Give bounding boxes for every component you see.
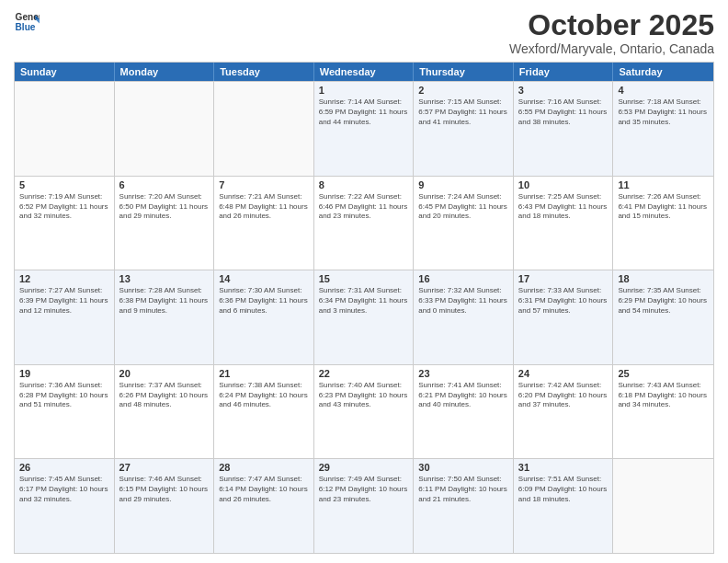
day-info: Sunrise: 7:26 AM Sunset: 6:41 PM Dayligh… — [618, 192, 709, 222]
day-number: 10 — [518, 179, 609, 190]
calendar-header: Sunday Monday Tuesday Wednesday Thursday… — [15, 63, 713, 81]
day-number: 23 — [418, 368, 508, 379]
day-number: 21 — [219, 368, 309, 379]
day-info: Sunrise: 7:20 AM Sunset: 6:50 PM Dayligh… — [119, 192, 210, 222]
day-info: Sunrise: 7:33 AM Sunset: 6:31 PM Dayligh… — [518, 286, 609, 316]
cal-cell-r4-c6: 24Sunrise: 7:42 AM Sunset: 6:20 PM Dayli… — [514, 365, 614, 459]
day-number: 26 — [19, 462, 109, 473]
cal-cell-r5-c5: 30Sunrise: 7:50 AM Sunset: 6:11 PM Dayli… — [414, 459, 514, 553]
day-info: Sunrise: 7:35 AM Sunset: 6:29 PM Dayligh… — [618, 286, 709, 316]
day-number: 11 — [618, 179, 709, 190]
cal-cell-r3-c3: 14Sunrise: 7:30 AM Sunset: 6:36 PM Dayli… — [214, 270, 314, 364]
day-info: Sunrise: 7:40 AM Sunset: 6:23 PM Dayligh… — [319, 381, 409, 410]
day-number: 9 — [418, 179, 508, 190]
cal-cell-r4-c2: 20Sunrise: 7:37 AM Sunset: 6:26 PM Dayli… — [115, 365, 215, 459]
cal-cell-r3-c6: 17Sunrise: 7:33 AM Sunset: 6:31 PM Dayli… — [514, 270, 614, 364]
cal-cell-r5-c4: 29Sunrise: 7:49 AM Sunset: 6:12 PM Dayli… — [314, 459, 415, 553]
day-info: Sunrise: 7:45 AM Sunset: 6:17 PM Dayligh… — [19, 475, 109, 504]
cal-cell-r1-c4: 1Sunrise: 7:14 AM Sunset: 6:59 PM Daylig… — [314, 82, 415, 176]
day-number: 31 — [518, 462, 609, 473]
day-number: 5 — [19, 179, 109, 190]
cal-cell-r4-c3: 21Sunrise: 7:38 AM Sunset: 6:24 PM Dayli… — [214, 365, 314, 459]
day-number: 4 — [618, 85, 709, 96]
cal-row-3: 12Sunrise: 7:27 AM Sunset: 6:39 PM Dayli… — [15, 270, 713, 364]
cal-cell-r2-c5: 9Sunrise: 7:24 AM Sunset: 6:45 PM Daylig… — [414, 177, 514, 270]
day-number: 18 — [618, 273, 709, 284]
day-info: Sunrise: 7:51 AM Sunset: 6:09 PM Dayligh… — [518, 475, 609, 504]
cal-cell-r2-c4: 8Sunrise: 7:22 AM Sunset: 6:46 PM Daylig… — [314, 177, 415, 270]
day-info: Sunrise: 7:50 AM Sunset: 6:11 PM Dayligh… — [418, 475, 508, 504]
day-info: Sunrise: 7:41 AM Sunset: 6:21 PM Dayligh… — [418, 381, 508, 410]
day-info: Sunrise: 7:14 AM Sunset: 6:59 PM Dayligh… — [319, 98, 409, 127]
cal-cell-r3-c2: 13Sunrise: 7:28 AM Sunset: 6:38 PM Dayli… — [115, 270, 215, 364]
day-number: 25 — [618, 368, 709, 379]
day-info: Sunrise: 7:18 AM Sunset: 6:53 PM Dayligh… — [618, 98, 709, 127]
cal-row-4: 19Sunrise: 7:36 AM Sunset: 6:28 PM Dayli… — [15, 364, 713, 459]
day-number: 16 — [418, 273, 508, 284]
cal-cell-r1-c7: 4Sunrise: 7:18 AM Sunset: 6:53 PM Daylig… — [613, 82, 713, 176]
day-number: 27 — [119, 462, 210, 473]
day-number: 28 — [219, 462, 309, 473]
cal-cell-r5-c6: 31Sunrise: 7:51 AM Sunset: 6:09 PM Dayli… — [514, 459, 614, 553]
cal-cell-r3-c5: 16Sunrise: 7:32 AM Sunset: 6:33 PM Dayli… — [414, 270, 514, 364]
cal-cell-r2-c1: 5Sunrise: 7:19 AM Sunset: 6:52 PM Daylig… — [15, 177, 115, 270]
month-title: October 2025 — [509, 9, 714, 41]
day-number: 2 — [418, 85, 508, 96]
title-section: October 2025 Wexford/Maryvale, Ontario, … — [509, 9, 714, 56]
day-info: Sunrise: 7:37 AM Sunset: 6:26 PM Dayligh… — [119, 381, 210, 410]
day-info: Sunrise: 7:30 AM Sunset: 6:36 PM Dayligh… — [219, 286, 309, 316]
day-info: Sunrise: 7:21 AM Sunset: 6:48 PM Dayligh… — [219, 192, 309, 222]
cal-cell-r1-c2 — [115, 82, 215, 176]
logo: General Blue — [14, 9, 40, 35]
day-info: Sunrise: 7:19 AM Sunset: 6:52 PM Dayligh… — [19, 192, 109, 222]
cal-cell-r5-c1: 26Sunrise: 7:45 AM Sunset: 6:17 PM Dayli… — [15, 459, 115, 553]
cal-cell-r4-c7: 25Sunrise: 7:43 AM Sunset: 6:18 PM Dayli… — [613, 365, 713, 459]
day-info: Sunrise: 7:42 AM Sunset: 6:20 PM Dayligh… — [518, 381, 609, 410]
cal-cell-r5-c3: 28Sunrise: 7:47 AM Sunset: 6:14 PM Dayli… — [214, 459, 314, 553]
day-number: 30 — [418, 462, 508, 473]
cal-cell-r3-c7: 18Sunrise: 7:35 AM Sunset: 6:29 PM Dayli… — [613, 270, 713, 364]
day-info: Sunrise: 7:46 AM Sunset: 6:15 PM Dayligh… — [119, 475, 210, 504]
day-number: 20 — [119, 368, 210, 379]
calendar-body: 1Sunrise: 7:14 AM Sunset: 6:59 PM Daylig… — [15, 81, 713, 553]
cal-row-2: 5Sunrise: 7:19 AM Sunset: 6:52 PM Daylig… — [15, 176, 713, 270]
day-number: 17 — [518, 273, 609, 284]
cal-cell-r2-c6: 10Sunrise: 7:25 AM Sunset: 6:43 PM Dayli… — [514, 177, 614, 270]
header-thursday: Thursday — [414, 63, 514, 81]
cal-cell-r5-c7 — [613, 459, 713, 553]
day-number: 19 — [19, 368, 109, 379]
calendar: Sunday Monday Tuesday Wednesday Thursday… — [14, 62, 714, 554]
header-wednesday: Wednesday — [314, 63, 415, 81]
day-number: 29 — [319, 462, 409, 473]
logo-icon: General Blue — [14, 9, 40, 35]
day-number: 14 — [219, 273, 309, 284]
cal-cell-r1-c6: 3Sunrise: 7:16 AM Sunset: 6:55 PM Daylig… — [514, 82, 614, 176]
cal-cell-r3-c4: 15Sunrise: 7:31 AM Sunset: 6:34 PM Dayli… — [314, 270, 415, 364]
day-info: Sunrise: 7:22 AM Sunset: 6:46 PM Dayligh… — [319, 192, 409, 222]
day-info: Sunrise: 7:32 AM Sunset: 6:33 PM Dayligh… — [418, 286, 508, 316]
day-number: 15 — [319, 273, 409, 284]
day-number: 22 — [319, 368, 409, 379]
cal-row-1: 1Sunrise: 7:14 AM Sunset: 6:59 PM Daylig… — [15, 81, 713, 176]
page: General Blue October 2025 Wexford/Maryva… — [0, 0, 728, 563]
day-number: 7 — [219, 179, 309, 190]
cal-cell-r4-c5: 23Sunrise: 7:41 AM Sunset: 6:21 PM Dayli… — [414, 365, 514, 459]
day-info: Sunrise: 7:31 AM Sunset: 6:34 PM Dayligh… — [319, 286, 409, 316]
cal-cell-r3-c1: 12Sunrise: 7:27 AM Sunset: 6:39 PM Dayli… — [15, 270, 115, 364]
day-info: Sunrise: 7:27 AM Sunset: 6:39 PM Dayligh… — [19, 286, 109, 316]
day-number: 13 — [119, 273, 210, 284]
header-saturday: Saturday — [613, 63, 713, 81]
cal-cell-r4-c1: 19Sunrise: 7:36 AM Sunset: 6:28 PM Dayli… — [15, 365, 115, 459]
header-sunday: Sunday — [15, 63, 115, 81]
cal-cell-r4-c4: 22Sunrise: 7:40 AM Sunset: 6:23 PM Dayli… — [314, 365, 415, 459]
day-info: Sunrise: 7:38 AM Sunset: 6:24 PM Dayligh… — [219, 381, 309, 410]
day-info: Sunrise: 7:25 AM Sunset: 6:43 PM Dayligh… — [518, 192, 609, 222]
cal-cell-r1-c5: 2Sunrise: 7:15 AM Sunset: 6:57 PM Daylig… — [414, 82, 514, 176]
day-number: 3 — [518, 85, 609, 96]
header-monday: Monday — [115, 63, 215, 81]
day-number: 8 — [319, 179, 409, 190]
cal-cell-r2-c7: 11Sunrise: 7:26 AM Sunset: 6:41 PM Dayli… — [613, 177, 713, 270]
cal-cell-r1-c3 — [214, 82, 314, 176]
day-number: 24 — [518, 368, 609, 379]
day-info: Sunrise: 7:47 AM Sunset: 6:14 PM Dayligh… — [219, 475, 309, 504]
